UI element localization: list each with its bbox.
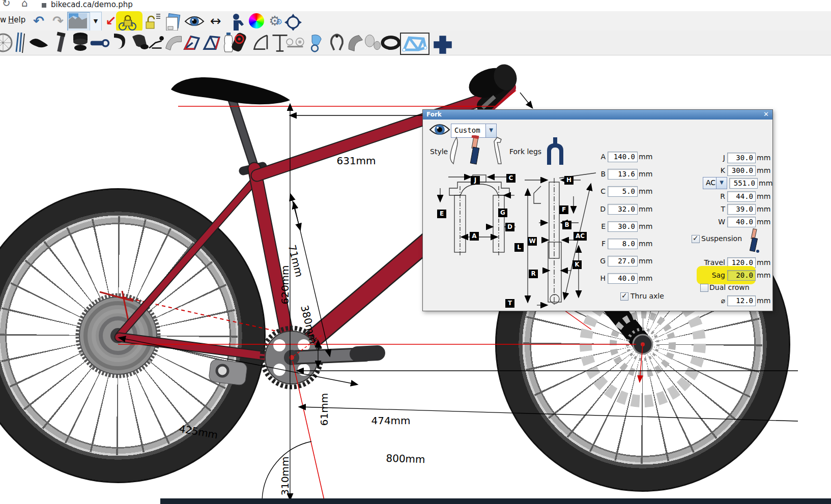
field-H-input[interactable]: 40.0 xyxy=(608,273,638,284)
part-bb-button[interactable] xyxy=(230,32,250,54)
ac-dropdown[interactable]: AC ▼ xyxy=(703,177,727,189)
rider-button[interactable] xyxy=(227,13,245,31)
title-block-button[interactable] xyxy=(164,13,182,31)
style-straight-blade-icon[interactable] xyxy=(490,136,505,165)
display-mode-dropdown[interactable]: ▼ xyxy=(90,12,102,31)
field-G-label: G xyxy=(588,257,606,265)
part-trainer-button[interactable] xyxy=(285,32,305,54)
field-R-label: R xyxy=(677,192,725,200)
tire-icon xyxy=(381,32,401,54)
part-headset-button[interactable] xyxy=(70,32,91,54)
stand-icon xyxy=(251,32,272,54)
undo-icon: ↶ xyxy=(33,13,44,28)
home-icon[interactable]: ⌂ xyxy=(21,0,28,9)
red-arrow-bike-icon: ↙ xyxy=(105,13,117,28)
display-mode-button[interactable] xyxy=(67,12,91,32)
sag-label: Sag xyxy=(677,271,725,279)
close-icon[interactable]: ✕ xyxy=(763,110,769,118)
axle-diameter-input[interactable]: 12.0 xyxy=(727,295,756,306)
field-C-label: C xyxy=(588,187,606,195)
seatpost-icon xyxy=(51,32,71,54)
style-curved-blade-icon[interactable] xyxy=(446,136,462,165)
part-saddle-button[interactable] xyxy=(28,32,49,54)
field-A-input[interactable]: 140.0 xyxy=(608,152,638,162)
lock-bike-button[interactable] xyxy=(118,13,136,31)
chainstay-bracket xyxy=(209,359,248,386)
dual-crown-checkbox[interactable] xyxy=(700,284,708,292)
suspension-label: Suspension xyxy=(701,234,742,243)
unlock-button[interactable] xyxy=(144,13,162,31)
fork-legs-icon[interactable] xyxy=(545,136,565,166)
field-T-input[interactable]: 39.0 xyxy=(727,204,756,215)
chevron-down-icon[interactable]: ▼ xyxy=(485,124,496,137)
eye-icon[interactable] xyxy=(429,122,450,137)
style-suspension-icon[interactable] xyxy=(468,135,483,166)
dim-front-center: 474mm xyxy=(371,414,410,427)
field-AC-unit: mm xyxy=(759,179,772,187)
main-toolbar: w HHelpelp ↶ ↷ ▼ ↙ ↔ ⚙⚙ xyxy=(0,11,831,31)
reload-icon[interactable]: ↻ xyxy=(2,0,11,9)
diagram-label-C: C xyxy=(506,174,515,183)
field-G-unit: mm xyxy=(639,257,652,265)
saddle xyxy=(171,77,290,104)
frame-red-icon xyxy=(181,32,202,54)
dialog-titlebar[interactable]: Fork ✕ xyxy=(423,110,772,120)
part-seatpost-button[interactable] xyxy=(51,32,71,54)
undo-button[interactable]: ↶ xyxy=(30,12,48,29)
field-E-input[interactable]: 30.0 xyxy=(608,221,638,232)
field-C-unit: mm xyxy=(639,187,652,195)
field-D-input[interactable]: 32.0 xyxy=(608,204,638,215)
suspension-checkbox[interactable] xyxy=(692,235,700,243)
saddle-icon xyxy=(28,32,49,54)
chevron-down-icon[interactable]: ▼ xyxy=(716,177,727,189)
part-derailleur-button[interactable] xyxy=(307,32,328,54)
travel-unit: mm xyxy=(757,258,770,266)
part-tire-button[interactable] xyxy=(381,32,401,54)
redo-button[interactable]: ↷ xyxy=(49,12,67,29)
diagram-label-H: H xyxy=(564,176,574,185)
open-padlock-icon xyxy=(144,13,161,32)
field-R-input[interactable]: 44.0 xyxy=(727,191,756,202)
field-J-input[interactable]: 30.0 xyxy=(727,153,756,163)
color-wheel-button[interactable] xyxy=(247,12,266,29)
dim-bb-drop: 61mm xyxy=(318,393,330,426)
field-R-unit: mm xyxy=(757,192,770,200)
part-hub-button[interactable] xyxy=(362,32,383,54)
field-K-input[interactable]: 300.0 xyxy=(727,165,756,176)
part-frame-outline-button-selected[interactable] xyxy=(400,33,429,55)
field-W-unit: mm xyxy=(757,218,770,226)
part-stand-button[interactable] xyxy=(251,32,272,54)
field-G-input[interactable]: 27.0 xyxy=(608,256,638,266)
menu-partial[interactable]: w xyxy=(0,15,6,24)
fork-diagram xyxy=(428,166,596,309)
diagram-label-F: F xyxy=(559,205,568,214)
headset-icon xyxy=(70,32,91,54)
part-stem-button[interactable] xyxy=(90,32,110,54)
field-E-unit: mm xyxy=(639,222,652,230)
field-J-unit: mm xyxy=(757,154,770,162)
address-url[interactable]: bikecad.ca/demo.php xyxy=(51,0,133,9)
field-W-input[interactable]: 40.0 xyxy=(727,217,756,227)
menu-help[interactable]: HHelpelp xyxy=(8,15,25,24)
add-part-button[interactable] xyxy=(433,34,453,56)
sag-input[interactable]: 20.0 xyxy=(727,270,756,281)
dimension-tool-button[interactable]: ↔ xyxy=(207,12,225,29)
thru-axle-checkbox[interactable] xyxy=(620,292,628,301)
suspension-mini-icon xyxy=(748,228,761,253)
field-C-input[interactable]: 5.0 xyxy=(608,186,638,197)
visibility-button[interactable] xyxy=(184,14,203,32)
fork-dialog[interactable]: Fork ✕ Custom ▼ Style Fork legs xyxy=(422,109,773,311)
part-brake-button[interactable] xyxy=(327,32,347,54)
field-B-input[interactable]: 13.6 xyxy=(608,169,638,180)
diagram-label-D: D xyxy=(505,223,514,231)
part-frame-red-button[interactable] xyxy=(181,32,202,54)
hub-parts-icon xyxy=(362,32,383,54)
ac-dropdown-value: AC xyxy=(706,179,715,187)
part-handlebar-button[interactable] xyxy=(110,32,130,54)
field-J-label: J xyxy=(677,154,725,162)
field-AC-input[interactable]: 551.0 xyxy=(729,178,758,189)
travel-label: Travel xyxy=(677,258,725,266)
orbit-view-button[interactable] xyxy=(284,13,302,31)
field-F-input[interactable]: 8.0 xyxy=(608,239,638,249)
gears-button[interactable]: ⚙⚙ xyxy=(266,12,284,29)
